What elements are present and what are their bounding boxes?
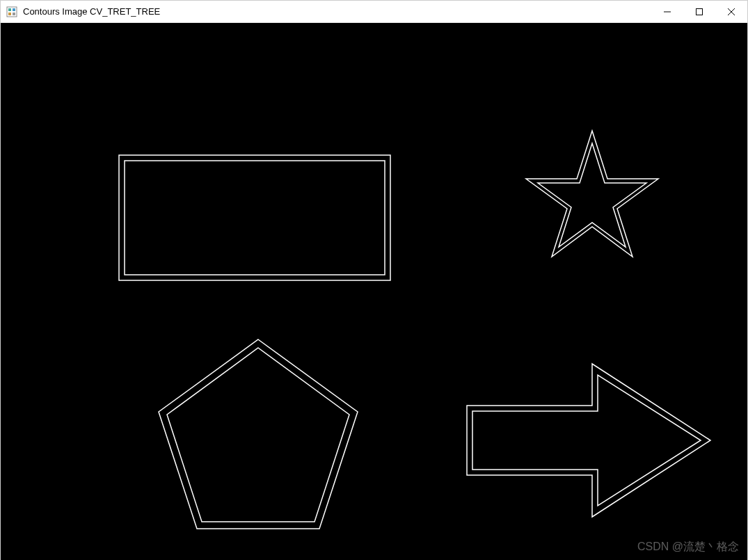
rectangle-contour [119,155,390,280]
svg-rect-6 [697,8,703,15]
contours-svg [1,23,747,560]
close-button[interactable] [715,1,747,22]
image-canvas: CSDN @流楚丶格念 [1,23,747,560]
maximize-button[interactable] [683,1,715,22]
svg-marker-16 [472,375,701,506]
svg-rect-9 [119,155,390,280]
svg-marker-14 [167,348,349,522]
svg-marker-11 [526,131,658,257]
app-icon [6,6,17,17]
arrow-contour [467,364,710,517]
svg-marker-13 [159,339,358,529]
svg-rect-1 [8,8,11,11]
svg-marker-12 [538,143,646,247]
pentagon-contour [159,339,358,529]
svg-rect-2 [13,8,15,11]
svg-rect-3 [8,13,11,15]
svg-rect-10 [125,161,385,275]
window-controls [651,1,747,22]
star-contour [526,131,658,257]
svg-rect-4 [13,13,15,15]
application-window: Contours Image CV_TRET_TREE [0,0,748,560]
window-title: Contours Image CV_TRET_TREE [23,6,651,17]
minimize-button[interactable] [651,1,683,22]
title-bar[interactable]: Contours Image CV_TRET_TREE [1,1,747,23]
svg-marker-15 [467,364,710,517]
